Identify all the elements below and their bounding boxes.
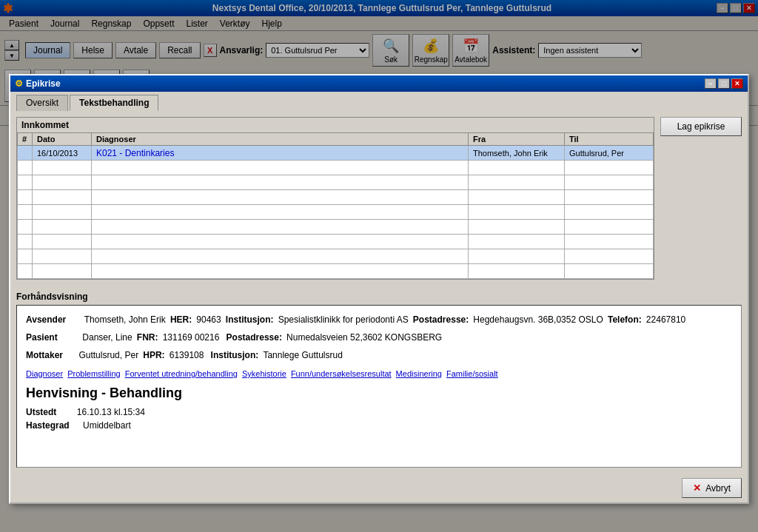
epikrise-restore[interactable]: □ [718, 78, 730, 89]
left-panel: Innkommet # Dato Diagnoser Fra Til [16, 117, 654, 126]
innkommet-title: Innkommet [17, 118, 654, 126]
epikrise-window: ⚙ Epikrise − □ ✕ Oversikt Tekstbehandlin… [9, 74, 749, 126]
epikrise-main-content: Innkommet # Dato Diagnoser Fra Til [10, 111, 748, 126]
tab-tekstbehandling[interactable]: Tekstbehandling [70, 95, 158, 111]
lag-epikrise-button[interactable]: Lag epikrise [660, 117, 742, 126]
epikrise-title-bar: ⚙ Epikrise − □ ✕ [10, 75, 748, 92]
epikrise-title: Epikrise [26, 78, 61, 89]
innkommet-section: Innkommet # Dato Diagnoser Fra Til [16, 117, 654, 126]
epikrise-minimize[interactable]: − [705, 78, 717, 89]
epikrise-close[interactable]: ✕ [731, 78, 743, 89]
tab-oversikt[interactable]: Oversikt [16, 95, 68, 111]
right-panel: Lag epikrise [660, 117, 742, 126]
epikrise-tabs: Oversikt Tekstbehandling [10, 92, 748, 111]
modal-overlay: ⚙ Epikrise − □ ✕ Oversikt Tekstbehandlin… [0, 0, 758, 126]
epikrise-controls: − □ ✕ [705, 78, 743, 89]
